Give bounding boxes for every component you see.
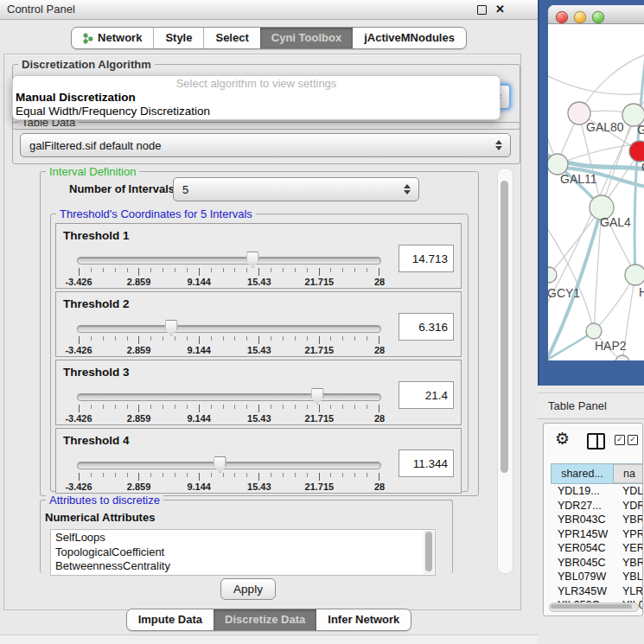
node-table: shared... na YDL19...YDL1YDR27...YDR2YBR…: [551, 463, 642, 615]
table-cell[interactable]: YLR345W: [551, 585, 613, 597]
control-panel-titlebar: Control Panel ✕: [0, 0, 538, 20]
tick-label: 28: [374, 277, 385, 287]
close-icon[interactable]: ✕: [495, 4, 505, 15]
table-cell[interactable]: YBL079W: [551, 571, 613, 583]
tab-discretize-data[interactable]: Discretize Data: [214, 609, 316, 630]
bottom-tab-bar: Impute DataDiscretize DataInfer Network: [126, 609, 412, 631]
threshold-slider[interactable]: -3.4262.8599.14415.4321.71528: [77, 322, 381, 356]
threshold-slider[interactable]: -3.4262.8599.14415.4321.71528: [77, 390, 381, 424]
slider-thumb[interactable]: [311, 388, 324, 405]
table-cell[interactable]: YER0: [613, 542, 642, 554]
tab-label: Impute Data: [138, 609, 202, 630]
slider-track[interactable]: [77, 462, 381, 469]
table-cell[interactable]: YDL1: [613, 485, 642, 497]
table-cell[interactable]: YBL0: [613, 571, 642, 583]
slider-track[interactable]: [77, 393, 381, 401]
close-traffic-light-icon[interactable]: [556, 11, 568, 23]
tick-label: 9.144: [187, 345, 211, 355]
tab-label: Discretize Data: [225, 609, 305, 630]
settings-vertical-scrollbar[interactable]: [497, 168, 513, 574]
table-cell[interactable]: YLR3: [613, 585, 642, 597]
network-graph[interactable]: GAL80GAGAL11CGAL4GCY1HHAP2: [548, 24, 644, 360]
table-body: YDL19...YDL1YDR27...YDR2YBR043CYBR0YPR14…: [551, 484, 642, 613]
threshold-panel: Threshold 4 -3.4262.8599.14415.4321.7152…: [55, 428, 462, 494]
network-node-gcy1[interactable]: [548, 267, 557, 283]
threshold-panel: Threshold 1 -3.4262.8599.14415.4321.7152…: [55, 223, 462, 289]
threshold-value-input[interactable]: [399, 313, 454, 341]
scrollbar-thumb[interactable]: [425, 532, 432, 571]
table-cell[interactable]: YBR043C: [551, 513, 613, 526]
network-node[interactable]: [629, 141, 644, 162]
table-cell[interactable]: YPR145W: [551, 528, 613, 540]
tick-label: 15.43: [247, 345, 271, 355]
table-cell[interactable]: YPR1: [613, 528, 642, 540]
tab-network[interactable]: Network: [72, 28, 153, 48]
list-vertical-scrollbar[interactable]: [424, 531, 434, 574]
slider-thumb[interactable]: [214, 456, 226, 473]
tick-label: -3.426: [65, 345, 92, 355]
slider-ticks: [79, 336, 379, 344]
tab-jactivemnodules[interactable]: jActiveMNodules: [353, 28, 466, 48]
column-header-name[interactable]: na: [614, 464, 642, 483]
tab-style[interactable]: Style: [153, 28, 203, 48]
table-cell[interactable]: YDL19...: [551, 485, 613, 497]
scrollbar-thumb[interactable]: [551, 604, 632, 609]
table-data-combobox[interactable]: galFiltered.sif default node: [20, 133, 511, 157]
table-row: YBL079WYBL0: [551, 570, 642, 584]
tab-select[interactable]: Select: [203, 28, 259, 48]
table-cell[interactable]: YBR045C: [551, 557, 613, 569]
network-node-hap2[interactable]: [586, 323, 602, 339]
number-of-intervals-value: 5: [182, 183, 188, 196]
table-row: YBR043CYBR0: [551, 513, 642, 527]
network-window-titlebar[interactable]: [548, 5, 644, 24]
attr-list-items: SelfLoopsTopologicalCoefficientBetweenne…: [51, 530, 435, 573]
tab-cyni-toolbox[interactable]: Cyni Toolbox: [260, 28, 353, 48]
slider-thumb[interactable]: [246, 252, 259, 268]
threshold-value-input[interactable]: [399, 381, 454, 409]
minimize-traffic-light-icon[interactable]: [574, 11, 586, 23]
slider-thumb[interactable]: [165, 320, 178, 336]
algorithm-group-title: Discretization Algorithm: [18, 58, 155, 71]
table-cell[interactable]: YBR0: [613, 557, 642, 569]
threshold-stack: Threshold 1 -3.4262.8599.14415.4321.7152…: [55, 223, 462, 496]
select-functions-icon[interactable]: ✓ ✓: [615, 435, 638, 445]
tab-label: Cyni Toolbox: [271, 28, 341, 48]
table-horizontal-scrollbar[interactable]: [549, 603, 639, 612]
table-data-selected-value: galFiltered.sif default node: [29, 139, 161, 152]
tick-label: 15.43: [247, 413, 271, 424]
network-canvas[interactable]: GAL80GAGAL11CGAL4GCY1HHAP2: [548, 24, 644, 360]
node-label-hap2: HAP2: [595, 339, 627, 353]
table-cell[interactable]: YER054C: [551, 542, 613, 554]
attribute-item-betweennesscentrality[interactable]: BetweennessCentrality: [51, 558, 435, 573]
tick-label: 15.43: [247, 481, 271, 492]
network-node[interactable]: [625, 265, 644, 285]
zoom-traffic-light-icon[interactable]: [592, 11, 604, 23]
table-cell[interactable]: YDR2: [613, 500, 642, 512]
popup-item-equal-width-frequency-discretization[interactable]: Equal Width/Frequency Discretization: [13, 105, 500, 118]
attribute-item-topologicalcoefficient[interactable]: TopologicalCoefficient: [51, 545, 435, 559]
popup-item-manual-discretization[interactable]: Manual Discretization: [13, 91, 500, 105]
float-window-icon[interactable]: [477, 5, 487, 15]
threshold-slider[interactable]: -3.4262.8599.14415.4321.71528: [77, 253, 381, 288]
tab-impute-data[interactable]: Impute Data: [127, 609, 214, 630]
network-node[interactable]: [615, 355, 629, 360]
table-cell[interactable]: YDR27...: [551, 500, 613, 512]
slider-track[interactable]: [77, 325, 381, 333]
threshold-label: Threshold 4: [63, 434, 130, 447]
threshold-value-input[interactable]: [399, 245, 454, 272]
tick-label: 2.859: [127, 413, 151, 424]
slider-track[interactable]: [77, 257, 381, 265]
scrollbar-thumb[interactable]: [501, 181, 508, 473]
attribute-item-selfloops[interactable]: SelfLoops: [51, 530, 435, 545]
threshold-value-input[interactable]: [399, 450, 454, 477]
table-cell[interactable]: YBR0: [613, 513, 642, 526]
numerical-attributes-label: Numerical Attributes: [45, 511, 155, 524]
settings-gear-icon[interactable]: ⚙: [555, 430, 570, 448]
apply-button[interactable]: Apply: [220, 578, 276, 600]
column-header-shared-name[interactable]: shared...: [552, 464, 614, 483]
threshold-slider[interactable]: -3.4262.8599.14415.4321.71528: [77, 458, 381, 493]
column-visibility-icon[interactable]: [587, 433, 605, 450]
tab-infer-network[interactable]: Infer Network: [316, 609, 411, 630]
number-of-intervals-combobox[interactable]: 5: [173, 177, 419, 201]
network-window-frame: GAL80GAGAL11CGAL4GCY1HHAP2: [538, 0, 644, 386]
